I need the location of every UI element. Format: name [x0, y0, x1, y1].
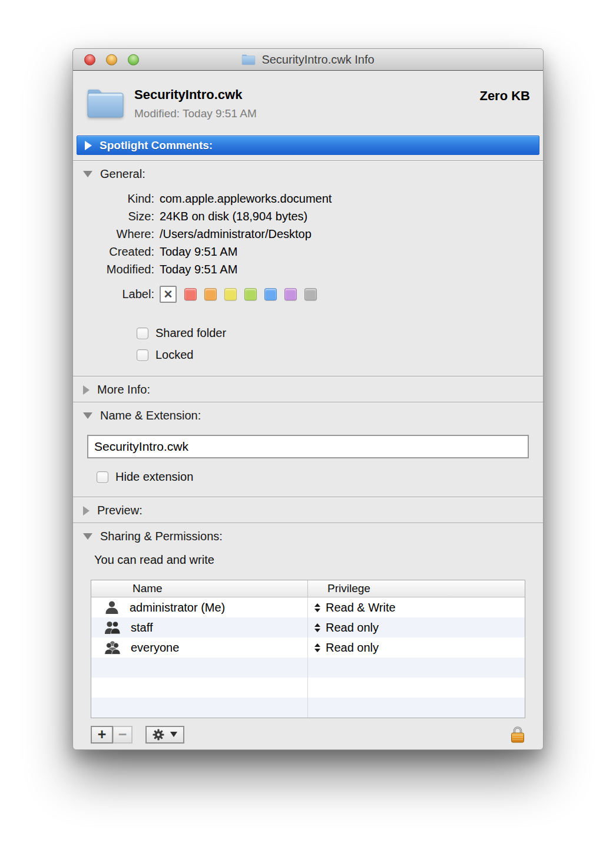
file-modified: Modified: Today 9:51 AM	[134, 107, 479, 120]
checkbox-label: Shared folder	[155, 326, 226, 340]
shared-folder-checkbox[interactable]	[137, 328, 148, 339]
info-value: Today 9:51 AM	[160, 263, 237, 276]
table-row[interactable]: administrator (Me) Read & Write	[91, 597, 525, 617]
table-row[interactable]: staff Read only	[91, 617, 525, 637]
table-row-empty	[91, 698, 525, 718]
clear-x-icon: ✕	[164, 288, 173, 301]
privilege-value: Read & Write	[326, 601, 396, 615]
user-name: staff	[131, 621, 153, 635]
file-header: SecurityIntro.cwk Modified: Today 9:51 A…	[73, 71, 543, 136]
disclosure-collapsed-icon	[85, 141, 92, 150]
section-label: More Info:	[97, 383, 150, 397]
general-info: Kind: com.apple.appleworks.document Size…	[73, 186, 543, 376]
checkbox-label: Locked	[155, 348, 194, 362]
privilege-value: Read only	[326, 621, 379, 635]
group-icon	[104, 620, 121, 635]
info-label: Where:	[73, 227, 154, 241]
info-row-where: Where: /Users/administrator/Desktop	[73, 227, 543, 245]
file-size: Zero KB	[479, 88, 530, 104]
privilege-select[interactable]: Read & Write	[308, 597, 525, 617]
user-name: administrator (Me)	[130, 601, 225, 615]
info-row-modified: Modified: Today 9:51 AM	[73, 263, 543, 280]
info-label: Label:	[73, 288, 154, 301]
column-header-name: Name	[91, 580, 308, 597]
label-swatch-green[interactable]	[244, 288, 257, 300]
section-label: Sharing & Permissions:	[100, 530, 223, 543]
info-label: Size:	[73, 210, 154, 223]
disclosure-collapsed-icon	[83, 506, 90, 516]
stepper-icon	[314, 643, 320, 652]
locked-checkbox[interactable]	[137, 349, 148, 361]
section-more-info[interactable]: More Info:	[73, 376, 543, 402]
privilege-value: Read only	[326, 641, 379, 655]
section-spotlight-comments[interactable]: Spotlight Comments:	[77, 136, 539, 155]
folder-icon	[241, 54, 256, 65]
chevron-down-icon	[170, 732, 177, 737]
permissions-table: Name Privilege administrator (Me) Read &…	[91, 580, 525, 718]
get-info-window: SecurityIntro.cwk Info SecurityIntro.cwk…	[72, 48, 544, 750]
section-sharing-permissions[interactable]: Sharing & Permissions:	[73, 523, 543, 549]
label-swatch-yellow[interactable]	[224, 288, 237, 300]
label-swatch-blue[interactable]	[264, 288, 277, 300]
remove-user-button[interactable]: −	[113, 726, 133, 744]
hide-extension-row: Hide extension	[97, 470, 543, 484]
privilege-select[interactable]: Read only	[308, 617, 525, 637]
shared-folder-row: Shared folder	[137, 326, 543, 340]
filename-input[interactable]	[87, 435, 529, 458]
table-row[interactable]: everyone Read only	[91, 637, 525, 658]
info-row-kind: Kind: com.apple.appleworks.document	[73, 192, 543, 210]
sharing-status: You can read and write	[94, 553, 543, 567]
everyone-icon	[104, 640, 121, 655]
close-button[interactable]	[84, 54, 95, 65]
zoom-button[interactable]	[128, 54, 139, 65]
user-icon	[104, 600, 120, 615]
window-title: SecurityIntro.cwk Info	[261, 53, 374, 67]
info-value: /Users/administrator/Desktop	[160, 227, 312, 241]
label-swatch-gray[interactable]	[304, 288, 317, 300]
stepper-icon	[314, 603, 320, 612]
actions-menu-button[interactable]	[145, 726, 184, 744]
permissions-toolbar: + −	[91, 725, 525, 744]
gear-icon	[153, 729, 164, 741]
column-header-privilege: Privilege	[308, 580, 525, 597]
disclosure-expanded-icon	[83, 171, 92, 177]
info-label: Kind:	[73, 192, 154, 206]
info-value: Today 9:51 AM	[160, 245, 237, 259]
info-value: com.apple.appleworks.document	[160, 192, 332, 206]
locked-row: Locked	[137, 348, 543, 362]
label-swatch-orange[interactable]	[204, 288, 217, 300]
checkbox-label: Hide extension	[115, 470, 193, 484]
hide-extension-checkbox[interactable]	[97, 471, 108, 483]
section-label: General:	[100, 167, 145, 181]
table-header: Name Privilege	[91, 580, 525, 597]
file-name: SecurityIntro.cwk	[134, 87, 479, 103]
folder-icon	[86, 87, 125, 119]
info-label: Created:	[73, 245, 154, 259]
disclosure-expanded-icon	[83, 412, 92, 419]
label-clear-button[interactable]: ✕	[160, 286, 177, 303]
section-general[interactable]: General:	[73, 161, 543, 186]
section-label: Spotlight Comments:	[100, 139, 213, 152]
section-name-extension[interactable]: Name & Extension:	[73, 402, 543, 428]
info-row-size: Size: 24KB on disk (18,904 bytes)	[73, 210, 543, 227]
stepper-icon	[314, 623, 320, 632]
section-label: Preview:	[97, 504, 143, 517]
lock-icon[interactable]	[510, 725, 525, 744]
user-name: everyone	[131, 641, 179, 655]
info-row-created: Created: Today 9:51 AM	[73, 245, 543, 263]
traffic-lights	[84, 54, 139, 65]
minimize-button[interactable]	[106, 54, 117, 65]
label-color-row: Label: ✕	[73, 283, 543, 305]
table-row-empty	[91, 678, 525, 698]
label-swatch-purple[interactable]	[284, 288, 297, 300]
info-label: Modified:	[73, 263, 154, 276]
table-row-empty	[91, 658, 525, 678]
label-swatch-red[interactable]	[184, 288, 197, 300]
add-user-button[interactable]: +	[91, 726, 113, 744]
disclosure-expanded-icon	[83, 533, 92, 540]
titlebar[interactable]: SecurityIntro.cwk Info	[73, 49, 543, 71]
section-preview[interactable]: Preview:	[73, 497, 543, 523]
privilege-select[interactable]: Read only	[308, 637, 525, 658]
info-value: 24KB on disk (18,904 bytes)	[160, 210, 307, 223]
disclosure-collapsed-icon	[83, 385, 90, 395]
